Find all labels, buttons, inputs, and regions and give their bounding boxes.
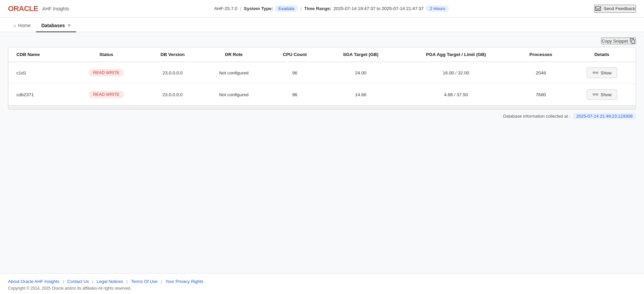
footer-copyright: Copyright © 2014, 2025 Oracle and/or its… <box>8 286 636 291</box>
cell-cpu-count: 96 <box>267 62 323 84</box>
home-icon: ⌂ <box>13 23 16 28</box>
databases-table: CDB Name Status DB Version DR Role CPU C… <box>8 47 636 105</box>
footer-link-privacy[interactable]: Your Privacy Rights <box>165 279 203 284</box>
send-feedback-label: Send Feedback <box>603 6 635 11</box>
svg-rect-1 <box>632 40 635 43</box>
time-range-value: 2025-07-14 19:47:37 to 2025-07-14 21:47:… <box>333 6 424 11</box>
cell-pga-agg: 16.00 / 32.00 <box>398 62 514 84</box>
status-badge: READ WRITE <box>89 91 124 98</box>
cell-cdb-name: cdb2371 <box>8 84 68 106</box>
col-cpu-count: CPU Count <box>267 47 323 62</box>
col-cdb-name: CDB Name <box>8 47 68 62</box>
col-sga-target: SGA Target (GB) <box>323 47 398 62</box>
header-right: Send Feedback <box>594 5 636 13</box>
time-range-badge: 2 Hours <box>426 5 449 12</box>
cell-sga-target: 14.66 <box>323 84 398 106</box>
tab-close-icon[interactable]: ✕ <box>67 23 71 28</box>
tab-databases-label: Databases <box>41 23 65 28</box>
info-row: Database information collected at : 2025… <box>8 110 636 121</box>
system-type-label: System Type: <box>244 6 273 11</box>
footer-link-legal[interactable]: Legal Notices <box>97 279 123 284</box>
copy-icon <box>630 38 635 44</box>
footer-separator: | <box>161 279 162 284</box>
send-feedback-button[interactable]: Send Feedback <box>594 5 636 13</box>
header: ORACLE AHF Insights AHF-25.7.0 | System … <box>0 0 644 17</box>
footer-link-contact[interactable]: Contact Us <box>67 279 89 284</box>
table-row: cdb2371READ WRITE23.0.0.0.0Not configure… <box>8 84 636 106</box>
collected-timestamp: 2025-07-14 21:49:23.119308 <box>573 113 636 119</box>
footer-link-terms[interactable]: Terms Of Use <box>131 279 157 284</box>
tab-home-label: Home <box>18 23 31 28</box>
show-label: Show <box>601 70 612 75</box>
time-range-label: Time Range: <box>304 6 331 11</box>
col-details: Details <box>568 47 636 62</box>
cell-processes: 7680 <box>514 84 568 106</box>
cell-cpu-count: 96 <box>267 84 323 106</box>
table-header-row: CDB Name Status DB Version DR Role CPU C… <box>8 47 636 62</box>
cell-dr-role: Not configured <box>201 84 266 106</box>
cell-status: READ WRITE <box>68 62 144 84</box>
system-type-badge: Exadata <box>275 5 298 12</box>
collected-label: Database information collected at : <box>503 114 570 119</box>
col-processes: Processes <box>514 47 568 62</box>
cell-db-version: 23.0.0.0.0 <box>144 84 201 106</box>
ahf-version: AHF-25.7.0 <box>214 6 237 11</box>
horizontal-scrollbar[interactable] <box>8 105 636 109</box>
footer-link-about[interactable]: About Oracle AHF Insights <box>8 279 59 284</box>
footer-separator: | <box>92 279 93 284</box>
tabs-bar: ⌂ Home Databases ✕ <box>0 17 644 32</box>
cell-db-version: 23.0.0.0.0 <box>144 62 201 84</box>
tab-databases[interactable]: Databases ✕ <box>36 19 76 32</box>
logo-area: ORACLE AHF Insights <box>8 4 69 13</box>
show-details-button[interactable]: 👓Show <box>587 67 618 78</box>
main-content: Copy Snippet CDB Name Status DB Version … <box>0 32 644 273</box>
svg-rect-0 <box>595 6 601 10</box>
oracle-logo: ORACLE <box>8 4 38 13</box>
cell-cdb-name: c1d1 <box>8 62 68 84</box>
footer-separator: | <box>126 279 127 284</box>
cell-details[interactable]: 👓Show <box>568 62 636 84</box>
table-row: c1d1READ WRITE23.0.0.0.0Not configured96… <box>8 62 636 84</box>
cell-processes: 2048 <box>514 62 568 84</box>
databases-table-container: CDB Name Status DB Version DR Role CPU C… <box>8 47 636 110</box>
col-dr-role: DR Role <box>201 47 266 62</box>
cell-pga-agg: 4.88 / 37.50 <box>398 84 514 106</box>
show-label: Show <box>601 92 612 97</box>
show-details-button[interactable]: 👓Show <box>587 89 618 100</box>
footer-links: About Oracle AHF Insights|Contact Us|Leg… <box>8 279 636 284</box>
col-db-version: DB Version <box>144 47 201 62</box>
feedback-icon <box>595 5 601 12</box>
status-badge: READ WRITE <box>89 69 124 76</box>
cell-dr-role: Not configured <box>201 62 266 84</box>
footer-separator: | <box>63 279 64 284</box>
glasses-icon: 👓 <box>592 70 599 76</box>
cell-sga-target: 24.00 <box>323 62 398 84</box>
header-center: AHF-25.7.0 | System Type: Exadata | Time… <box>69 5 594 12</box>
copy-snippet-button[interactable]: Copy Snippet <box>601 38 636 44</box>
ahf-logo-text: AHF Insights <box>42 6 69 11</box>
copy-snippet-bar: Copy Snippet <box>8 38 636 44</box>
footer: About Oracle AHF Insights|Contact Us|Leg… <box>0 273 644 294</box>
col-status: Status <box>68 47 144 62</box>
glasses-icon: 👓 <box>592 92 599 98</box>
col-pga-agg: PGA Agg Target / Limit (GB) <box>398 47 514 62</box>
copy-snippet-label: Copy Snippet <box>602 39 628 44</box>
cell-status: READ WRITE <box>68 84 144 106</box>
cell-details[interactable]: 👓Show <box>568 84 636 106</box>
tab-home[interactable]: ⌂ Home <box>8 19 36 32</box>
